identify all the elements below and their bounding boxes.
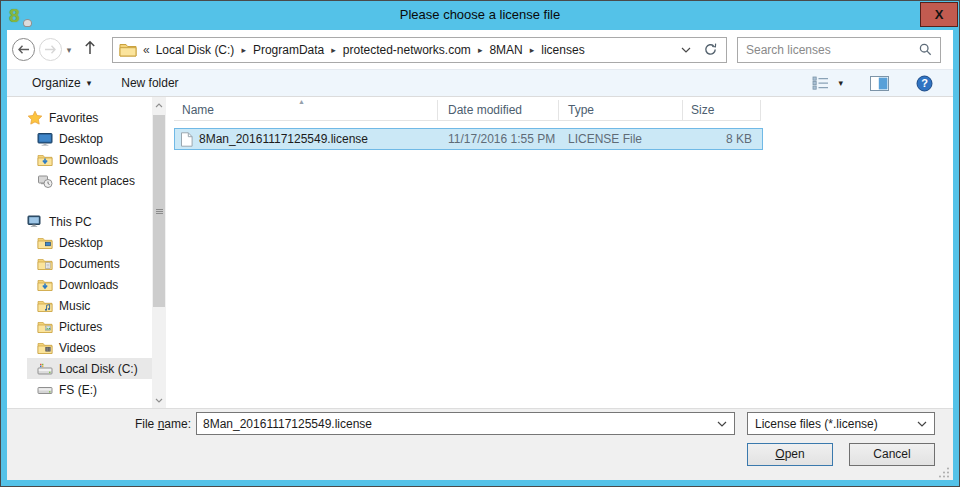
scrollbar-thumb[interactable] <box>153 115 165 307</box>
crumb-separator-icon[interactable]: ▸ <box>474 45 487 55</box>
column-headers: ▲ Name Date modified Type Size <box>174 100 761 121</box>
chevron-down-icon <box>917 421 927 427</box>
sidebar-item-videos[interactable]: Videos <box>27 337 152 358</box>
sidebar-item-music[interactable]: Music <box>27 295 152 316</box>
thumb-grip <box>156 208 163 215</box>
caret-down-icon: ▾ <box>87 78 92 88</box>
chevron-down-icon <box>681 47 691 53</box>
column-header-type[interactable]: Type <box>559 100 683 120</box>
sidebar-item-local-disk-c[interactable]: Local Disk (C:) <box>27 358 152 379</box>
svg-text:?: ? <box>921 77 928 89</box>
file-name-label: File name: <box>7 412 191 436</box>
open-button[interactable]: Open <box>747 443 833 466</box>
refresh-icon <box>703 42 718 57</box>
sidebar-item-downloads[interactable]: Downloads <box>27 149 152 170</box>
search-icon[interactable] <box>919 43 932 56</box>
breadcrumb-item[interactable]: ProgramData <box>250 43 327 57</box>
chevron-up-icon <box>155 103 163 108</box>
file-name-input[interactable] <box>197 417 710 431</box>
new-folder-button[interactable]: New folder <box>121 76 178 90</box>
address-dropdown-button[interactable] <box>673 47 699 53</box>
close-button[interactable]: X <box>920 2 958 27</box>
monitor-icon <box>37 131 53 147</box>
column-header-date-modified[interactable]: Date modified <box>438 100 559 120</box>
address-bar[interactable]: « Local Disk (C:) ▸ ProgramData ▸ protec… <box>112 37 727 63</box>
scroll-down-button[interactable] <box>152 392 166 408</box>
column-header-size[interactable]: Size <box>683 100 761 120</box>
breadcrumb-item[interactable]: licenses <box>538 43 587 57</box>
crumb-separator-icon[interactable]: ▸ <box>327 45 340 55</box>
sort-ascending-icon: ▲ <box>298 98 305 105</box>
organize-button[interactable]: Organize ▾ <box>32 76 91 90</box>
sidebar-group-favorites[interactable]: Favorites <box>7 107 152 128</box>
desktop-folder-icon <box>37 235 53 251</box>
column-header-name[interactable]: Name <box>174 100 438 120</box>
cancel-button[interactable]: Cancel <box>849 443 935 466</box>
breadcrumb-item[interactable]: protected-networks.com <box>340 43 474 57</box>
file-list: ▲ Name Date modified Type Size 8Man_2016… <box>166 97 953 408</box>
sidebar-item-fs-e[interactable]: FS (E:) <box>27 379 152 400</box>
resize-grip[interactable] <box>939 467 950 478</box>
breadcrumb-item[interactable]: Local Disk (C:) <box>153 43 238 57</box>
search-box[interactable] <box>737 37 941 63</box>
refresh-button[interactable] <box>699 42 722 57</box>
license-file-icon <box>180 132 193 147</box>
documents-folder-icon <box>37 256 53 272</box>
preview-pane-button[interactable] <box>870 76 889 91</box>
sidebar-item-recent-places[interactable]: Recent places <box>27 170 152 191</box>
back-button[interactable] <box>12 38 35 61</box>
sidebar-item-pc-downloads[interactable]: Downloads <box>27 274 152 295</box>
arrow-up-icon <box>83 40 97 55</box>
computer-icon <box>27 214 43 230</box>
view-caret-icon[interactable]: ▾ <box>838 78 843 88</box>
videos-folder-icon <box>37 340 53 356</box>
file-type: LICENSE File <box>560 132 684 146</box>
dialog-title: Please choose a license file <box>1 1 959 30</box>
file-type-dropdown-button[interactable] <box>910 421 934 427</box>
star-icon <box>27 110 43 126</box>
pictures-folder-icon <box>37 319 53 335</box>
arrow-right-icon <box>44 44 57 55</box>
file-type-value: License files (*.license) <box>755 417 878 431</box>
navigation-bar: ▾ « Local Disk (C:) ▸ ProgramData ▸ prot… <box>7 30 953 69</box>
sidebar-item-documents[interactable]: Documents <box>27 253 152 274</box>
scroll-up-button[interactable] <box>152 97 166 113</box>
file-name: 8Man_20161117125549.license <box>199 132 368 146</box>
breadcrumb-item[interactable]: 8MAN <box>486 43 525 57</box>
forward-button[interactable] <box>39 38 62 61</box>
navigation-pane: Favorites Desktop <box>7 97 152 408</box>
arrow-left-icon <box>17 44 30 55</box>
file-date-modified: 11/17/2016 1:55 PM <box>439 132 560 146</box>
file-size: 8 KB <box>684 132 760 146</box>
music-folder-icon <box>37 298 53 314</box>
search-input[interactable] <box>746 43 919 57</box>
sidebar-scrollbar[interactable] <box>152 97 166 408</box>
command-toolbar: Organize ▾ New folder ▾ <box>7 69 953 97</box>
chevron-down-icon <box>155 398 163 403</box>
crumb-separator-icon[interactable]: ▸ <box>526 45 539 55</box>
title-bar[interactable]: 8 Please choose a license file X <box>1 1 959 30</box>
open-file-dialog: 8 Please choose a license file X ▾ <box>0 0 960 487</box>
change-view-button[interactable] <box>812 76 829 90</box>
up-button[interactable] <box>80 40 100 59</box>
recent-locations-dropdown[interactable]: ▾ <box>62 45 76 55</box>
sidebar-item-desktop[interactable]: Desktop <box>27 128 152 149</box>
help-icon: ? <box>916 75 933 92</box>
drive-icon <box>37 382 53 398</box>
downloads-folder-icon <box>37 277 53 293</box>
file-name-combobox[interactable] <box>196 412 735 435</box>
local-disk-icon <box>37 361 53 377</box>
file-type-combobox[interactable]: License files (*.license) <box>747 412 935 435</box>
crumb-separator-icon[interactable]: ▸ <box>237 45 250 55</box>
sidebar-item-pc-desktop[interactable]: Desktop <box>27 232 152 253</box>
folder-icon <box>119 43 137 57</box>
footer-panel: File name: License files (*.license) <box>7 408 953 480</box>
breadcrumb-overflow[interactable]: « <box>137 43 153 57</box>
file-name-dropdown-button[interactable] <box>710 421 734 427</box>
sidebar-item-pictures[interactable]: Pictures <box>27 316 152 337</box>
main-area: Favorites Desktop <box>7 97 953 408</box>
help-button[interactable]: ? <box>916 75 933 92</box>
sidebar-group-this-pc[interactable]: This PC <box>7 211 152 232</box>
file-row-selected[interactable]: 8Man_20161117125549.license 11/17/2016 1… <box>174 128 763 150</box>
chevron-down-icon <box>717 421 727 427</box>
